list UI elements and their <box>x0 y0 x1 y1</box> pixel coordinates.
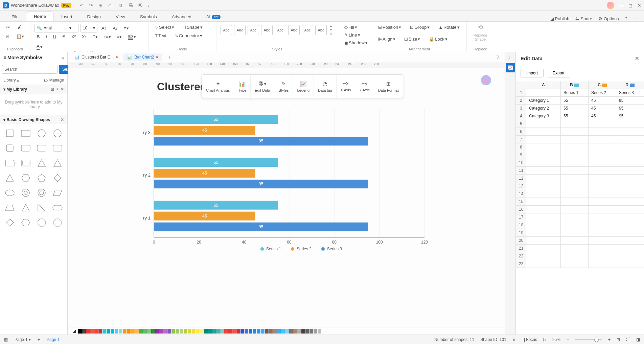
shape-hexagon[interactable] <box>19 172 32 184</box>
rotate-button[interactable]: ▲ Rotate ▾ <box>436 24 461 31</box>
tab-home[interactable]: Home <box>26 12 54 21</box>
color-swatch[interactable] <box>188 329 191 334</box>
shape-octagon2[interactable] <box>51 217 64 228</box>
shape-circle[interactable] <box>36 128 48 139</box>
eyedropper-icon[interactable]: ◢ <box>72 328 76 334</box>
color-swatch[interactable] <box>200 329 204 334</box>
close-panel-icon[interactable]: ✕ <box>635 55 639 62</box>
shape-hexagon2[interactable] <box>19 217 32 228</box>
library-dropzone[interactable]: Drag symbols here to add to My Library <box>0 94 67 115</box>
color-swatch[interactable] <box>318 329 321 334</box>
export-button[interactable]: Export <box>547 69 570 77</box>
chart-type-button[interactable]: 📊Type <box>234 75 251 98</box>
color-swatch[interactable] <box>240 329 244 334</box>
redo-icon[interactable]: ↷ <box>89 3 93 8</box>
shape-diamond2[interactable] <box>3 217 16 228</box>
style-preset[interactable]: Abc <box>261 25 273 35</box>
page-selector[interactable]: Page-1 ▾ <box>15 337 31 342</box>
symbol-search-input[interactable] <box>2 65 58 74</box>
color-swatch[interactable] <box>269 329 273 334</box>
color-swatch[interactable] <box>245 329 248 334</box>
shape-donut[interactable] <box>19 187 32 199</box>
color-swatch[interactable] <box>297 329 301 334</box>
undo-icon[interactable]: ↶ <box>79 3 84 8</box>
clustered-bar-chart[interactable]: 020406080100120554595ry 3554595ry 255459… <box>135 106 430 254</box>
superscript-icon[interactable]: X² <box>69 33 78 40</box>
expand-right-icon[interactable]: 》 <box>508 55 512 61</box>
help-icon[interactable]: ? <box>625 16 627 21</box>
bold-icon[interactable]: B <box>34 33 42 40</box>
color-swatch[interactable] <box>204 329 208 334</box>
play-icon[interactable]: ▷ <box>543 337 546 342</box>
style-up-icon[interactable]: ▴ <box>330 24 332 27</box>
color-swatch[interactable] <box>111 329 114 334</box>
shape-tool[interactable]: ◻ Shape ▾ <box>180 24 205 31</box>
color-swatch[interactable] <box>212 329 216 334</box>
line-spacing-icon[interactable]: ↕≡▾ <box>102 33 113 40</box>
style-down-icon[interactable]: ▾ <box>330 28 332 32</box>
cut-icon[interactable]: ✂ <box>4 24 12 31</box>
bullets-icon[interactable]: ≡▾ <box>115 33 124 40</box>
style-more-icon[interactable]: ≡ <box>330 32 332 36</box>
color-swatch[interactable] <box>208 329 212 334</box>
color-swatch[interactable] <box>78 329 82 334</box>
fullscreen-icon[interactable]: ⛶ <box>626 337 630 342</box>
style-preset[interactable]: Abc <box>275 25 286 35</box>
shadow-button[interactable]: ◼ Shadow ▾ <box>342 39 368 46</box>
chart-dataformat-button[interactable]: ⊞Data Format <box>374 75 403 98</box>
options-button[interactable]: ⚙ Options <box>598 16 619 21</box>
color-swatch[interactable] <box>167 329 171 334</box>
color-swatch[interactable] <box>261 329 264 334</box>
save-icon[interactable]: 🗎 <box>118 3 123 8</box>
add-page-icon[interactable]: + <box>38 337 40 342</box>
shape-frame[interactable] <box>19 157 32 169</box>
color-swatch[interactable] <box>281 329 285 334</box>
export-icon[interactable]: ⇱ <box>138 3 142 8</box>
color-swatch[interactable] <box>115 329 118 334</box>
color-swatch[interactable] <box>236 329 240 334</box>
color-swatch[interactable] <box>119 329 122 334</box>
color-swatch[interactable] <box>163 329 167 334</box>
strike-icon[interactable]: S <box>60 33 67 40</box>
chart-yaxis-button[interactable]: ⌐yY Axis <box>355 75 374 98</box>
tab-view[interactable]: View <box>108 12 133 21</box>
color-swatch[interactable] <box>171 329 175 334</box>
open-icon[interactable]: 🗀 <box>108 3 113 8</box>
library-dropdown[interactable]: Library ▴ <box>3 78 19 83</box>
share-button[interactable]: ⇆ Share <box>575 16 592 21</box>
align-button[interactable]: ⊫ Align ▾ <box>376 36 397 43</box>
color-swatch[interactable] <box>90 329 94 334</box>
more-symbols-header[interactable]: ≡ More Symbols▾ <box>3 55 42 60</box>
case-icon[interactable]: T▾ <box>91 33 100 40</box>
subscript-icon[interactable]: X₂ <box>80 33 89 40</box>
close-icon[interactable]: ✕ <box>637 3 641 8</box>
size-button[interactable]: ⊡ Size ▾ <box>402 36 422 43</box>
collapse-sidebar-icon[interactable]: « <box>61 55 64 60</box>
connector-tool[interactable]: ↘ Connector ▾ <box>172 32 204 39</box>
shape-circle2[interactable] <box>51 128 64 139</box>
style-preset[interactable]: Abc <box>288 25 300 35</box>
font-family-select[interactable]: 🔍Arial▾ <box>34 24 78 32</box>
panel-toggle-icon[interactable]: ◨ <box>636 337 640 342</box>
chart-edit-data-button[interactable]: 🗐▾Edit Data <box>251 75 274 98</box>
shape-ellipse[interactable] <box>3 187 16 199</box>
shape-single-round[interactable] <box>3 157 16 169</box>
color-swatch[interactable] <box>159 329 163 334</box>
color-swatch[interactable] <box>147 329 151 334</box>
color-swatch[interactable] <box>123 329 127 334</box>
group-button[interactable]: ⊡ Group ▾ <box>408 24 432 31</box>
color-swatch[interactable] <box>277 329 281 334</box>
tab-advanced[interactable]: Advanced <box>164 12 199 21</box>
basic-shapes-close-icon[interactable]: ✕ <box>61 117 64 122</box>
my-library-header[interactable]: ▾ My Library <box>3 87 27 92</box>
color-swatch[interactable] <box>257 329 260 334</box>
color-swatch[interactable] <box>301 329 305 334</box>
more-icon[interactable]: › <box>148 3 150 8</box>
tab-symbols[interactable]: Symbols <box>133 12 164 21</box>
color-swatch[interactable] <box>151 329 155 334</box>
manage-link[interactable]: 🗁 Manage <box>44 78 64 83</box>
overflow-icon[interactable]: ⋯ <box>634 16 638 21</box>
style-preset[interactable]: Abc <box>234 25 246 35</box>
shape-parallelogram[interactable] <box>51 187 64 199</box>
page-view-icon[interactable]: ▦ <box>4 337 8 342</box>
